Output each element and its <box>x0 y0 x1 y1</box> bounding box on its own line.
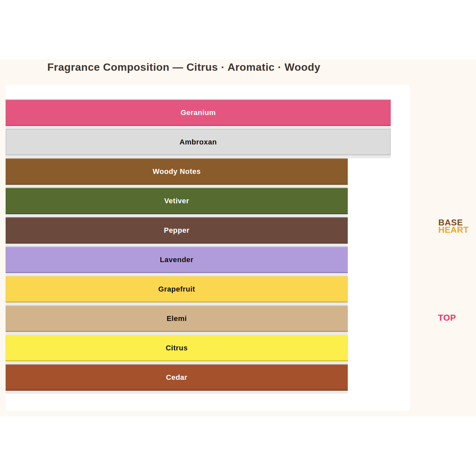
heart-label: HEART <box>438 225 469 234</box>
chart-panel: GeraniumAmbroxanWoody NotesVetiverPepper… <box>6 85 410 411</box>
bar-label: Vetiver <box>164 197 189 205</box>
bar-citrus[interactable]: Citrus <box>6 335 348 361</box>
bar-geranium[interactable]: Geranium <box>6 99 391 126</box>
bar-ambroxan[interactable]: Ambroxan <box>6 129 391 155</box>
chart-title: Fragrance Composition — Citrus · Aromati… <box>47 62 320 72</box>
bar-label: Ambroxan <box>179 138 217 146</box>
top-label: TOP <box>438 313 456 322</box>
bar-woody-notes[interactable]: Woody Notes <box>6 158 348 185</box>
bar-vetiver[interactable]: Vetiver <box>6 188 348 214</box>
bar-lavender[interactable]: Lavender <box>6 247 348 273</box>
content-band: Fragrance Composition — Citrus · Aromati… <box>0 60 476 416</box>
bar-elemi[interactable]: Elemi <box>6 305 348 332</box>
bar-stack: GeraniumAmbroxanWoody NotesVetiverPepper… <box>6 99 410 394</box>
bar-label: Lavender <box>160 256 194 264</box>
bar-label: Grapefruit <box>158 285 195 294</box>
bar-label: Citrus <box>166 344 188 352</box>
bar-label: Pepper <box>164 226 190 235</box>
bar-label: Woody Notes <box>153 167 201 176</box>
bar-grapefruit[interactable]: Grapefruit <box>6 276 348 302</box>
page: Fragrance Composition — Citrus · Aromati… <box>0 0 476 476</box>
bar-cedar[interactable]: Cedar <box>6 364 348 391</box>
bar-label: Elemi <box>167 314 187 323</box>
bar-pepper[interactable]: Pepper <box>6 217 348 244</box>
bar-label: Cedar <box>166 373 187 382</box>
bar-label: Geranium <box>180 108 216 117</box>
